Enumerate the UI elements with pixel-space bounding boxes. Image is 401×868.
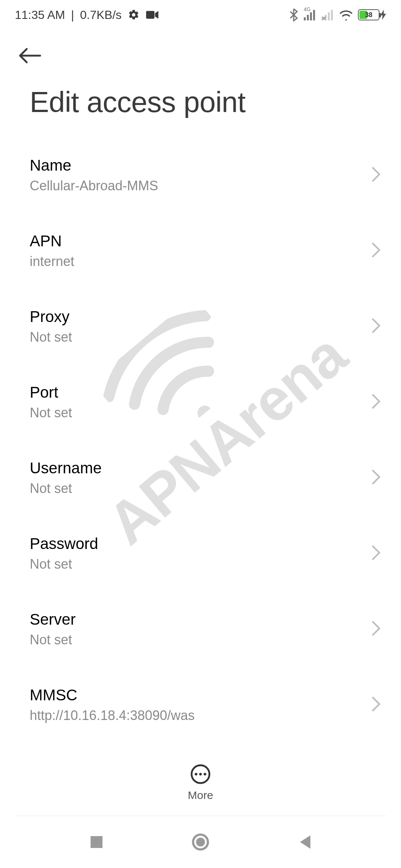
svg-rect-7 xyxy=(328,12,330,20)
chevron-right-icon xyxy=(371,394,381,411)
status-left: 11:35 AM | 0.7KB/s xyxy=(15,8,159,22)
svg-rect-13 xyxy=(91,836,102,848)
status-right: 4G 38 xyxy=(289,8,386,22)
chevron-right-icon xyxy=(371,696,381,713)
arrow-left-icon xyxy=(18,47,42,64)
chevron-right-icon xyxy=(371,545,381,562)
bottom-action-bar: More xyxy=(0,749,401,816)
status-net-speed: 0.7KB/s xyxy=(80,8,122,22)
setting-item-title: MMSC xyxy=(30,686,371,704)
setting-item-password[interactable]: Password Not set xyxy=(0,516,401,591)
signal-no-sim-icon xyxy=(322,9,334,20)
setting-item-value: internet xyxy=(30,254,371,269)
svg-point-11 xyxy=(199,773,202,775)
chevron-right-icon xyxy=(371,167,381,184)
chevron-right-icon xyxy=(371,621,381,638)
back-button[interactable] xyxy=(15,41,45,70)
signal-4g-icon: 4G xyxy=(304,9,316,20)
video-camera-icon xyxy=(146,10,159,20)
status-separator: | xyxy=(71,8,74,22)
setting-item-title: Username xyxy=(30,459,371,477)
setting-item-server[interactable]: Server Not set xyxy=(0,591,401,667)
setting-item-title: Password xyxy=(30,535,371,553)
svg-point-15 xyxy=(196,838,205,846)
svg-rect-1 xyxy=(304,17,306,20)
system-nav-bar xyxy=(0,816,401,868)
setting-item-value: Cellular-Abroad-MMS xyxy=(30,178,371,194)
svg-rect-2 xyxy=(307,15,309,20)
setting-item-value: Not set xyxy=(30,481,371,496)
app-bar xyxy=(0,33,401,78)
gear-icon xyxy=(128,9,140,21)
more-button[interactable]: More xyxy=(188,764,213,802)
setting-item-value: Not set xyxy=(30,405,371,421)
chevron-right-icon xyxy=(371,242,381,259)
setting-item-title: APN xyxy=(30,232,371,250)
setting-item-value: Not set xyxy=(30,556,371,572)
square-icon xyxy=(89,835,104,849)
svg-rect-8 xyxy=(331,10,333,20)
charging-bolt-icon xyxy=(380,10,386,20)
svg-rect-4 xyxy=(313,10,315,20)
svg-point-12 xyxy=(203,773,206,775)
more-label: More xyxy=(188,789,213,802)
bluetooth-icon xyxy=(289,8,299,22)
setting-item-title: Name xyxy=(30,157,371,174)
triangle-left-icon xyxy=(297,834,312,850)
page-title: Edit access point xyxy=(30,85,245,119)
battery-icon: 38 xyxy=(358,9,386,20)
setting-item-proxy[interactable]: Proxy Not set xyxy=(0,289,401,364)
status-time: 11:35 AM xyxy=(15,8,65,22)
nav-recents-button[interactable] xyxy=(78,827,115,857)
setting-item-mmsc[interactable]: MMSC http://10.16.18.4:38090/was xyxy=(0,667,401,743)
nav-back-button[interactable] xyxy=(286,827,323,857)
setting-item-apn[interactable]: APN internet xyxy=(0,213,401,289)
setting-item-name[interactable]: Name Cellular-Abroad-MMS xyxy=(0,137,401,213)
settings-list: Name Cellular-Abroad-MMS APN internet Pr… xyxy=(0,137,401,760)
setting-item-value: Not set xyxy=(30,329,371,345)
svg-rect-0 xyxy=(146,11,154,19)
setting-item-title: Port xyxy=(30,384,371,401)
nav-home-button[interactable] xyxy=(182,827,219,857)
setting-item-title: Proxy xyxy=(30,308,371,326)
setting-item-port[interactable]: Port Not set xyxy=(0,364,401,440)
chevron-right-icon xyxy=(371,469,381,486)
circle-outline-icon xyxy=(192,833,209,851)
setting-item-username[interactable]: Username Not set xyxy=(0,440,401,516)
wifi-icon xyxy=(339,9,353,20)
setting-item-value: http://10.16.18.4:38090/was xyxy=(30,708,371,723)
setting-item-title: Server xyxy=(30,611,371,628)
chevron-right-icon xyxy=(371,318,381,335)
svg-rect-3 xyxy=(310,12,312,20)
more-circle-icon xyxy=(190,764,211,785)
svg-point-10 xyxy=(195,773,197,775)
setting-item-value: Not set xyxy=(30,632,371,648)
status-bar: 11:35 AM | 0.7KB/s 4G 38 xyxy=(0,0,401,30)
